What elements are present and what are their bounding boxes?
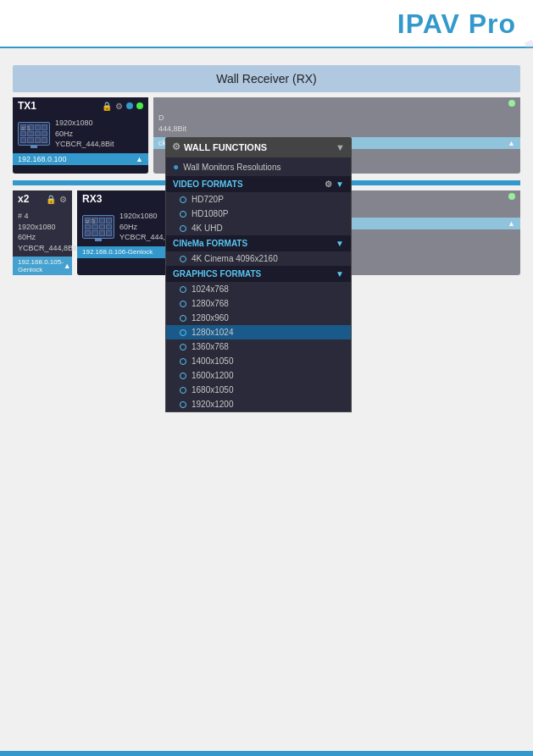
1600x1200-option[interactable]: 1600x1200 <box>166 368 351 383</box>
rx2-card: x2 🔒 ⚙ # 4 1920x1080 60Hz YCBCR_444,8Bit… <box>13 190 72 275</box>
rx2-body: # 4 1920x1080 60Hz YCBCR_444,8Bit <box>13 207 72 257</box>
chevron-up-icon2[interactable]: ▲ <box>508 139 515 147</box>
4k-uhd-option[interactable]: 4K UHD <box>166 221 351 235</box>
tx1-footer: 192.168.0.100 ▲ <box>13 153 148 165</box>
cinema-formats-section[interactable]: CINeMa FORMATS ▼ <box>166 235 351 251</box>
4k-cinema-radio[interactable] <box>180 256 186 262</box>
1024x768-radio[interactable] <box>180 286 186 293</box>
4k-uhd-radio[interactable] <box>180 225 186 232</box>
dropdown-overlay: ⚙ WALL FUNCTIONS ▼ ● Wall Monitors Resol… <box>165 137 352 412</box>
video-formats-chevron-icon[interactable]: ▼ <box>336 179 344 189</box>
video-formats-section[interactable]: VIDEO FORMATS ⚙ ▼ <box>166 176 351 192</box>
1680x1050-radio[interactable] <box>180 387 186 394</box>
1600x1200-radio[interactable] <box>180 372 186 379</box>
hd1080p-radio[interactable] <box>180 211 186 218</box>
1024x768-option[interactable]: 1024x768 <box>166 282 351 296</box>
1360x768-radio[interactable] <box>180 344 186 350</box>
1360x768-option[interactable]: 1360x768 <box>166 339 351 354</box>
logo: IPAV Pro <box>397 8 516 40</box>
hd1080p-option[interactable]: HD1080P <box>166 207 351 221</box>
wall-functions-title: ⚙ WALL FUNCTIONS <box>172 141 267 152</box>
hd720p-option[interactable]: HD720P <box>166 192 351 207</box>
4k-cinema-option[interactable]: 4K Cinema 4096x2160 <box>166 251 351 266</box>
tx1-title: TX1 <box>18 100 36 112</box>
wall-receiver-bar: Wall Receiver (RX) <box>13 65 520 92</box>
graphics-formats-chevron-icon[interactable]: ▼ <box>336 269 344 279</box>
chevron-up-rx4[interactable]: ▲ <box>508 219 515 228</box>
tx1-icons: 🔒 ⚙ <box>102 102 143 111</box>
tx1-info: 1920x1080 60Hz YCBCR_444,8Bit <box>55 118 114 150</box>
rx2-header: x2 🔒 ⚙ <box>13 190 72 207</box>
hd720p-radio[interactable] <box>180 196 186 203</box>
header: IPAV Pro <box>0 0 533 48</box>
1280x960-radio[interactable] <box>180 315 186 322</box>
gear-icon[interactable]: ⚙ <box>115 102 123 111</box>
wall-functions-bar[interactable]: ⚙ WALL FUNCTIONS ▼ <box>165 137 352 157</box>
1920x1200-radio[interactable] <box>180 401 186 408</box>
cinema-formats-chevron-icon[interactable]: ▼ <box>336 239 344 248</box>
graphics-formats-section[interactable]: GRAPHICS FORMATS ▼ <box>166 266 351 282</box>
1280x960-option[interactable]: 1280x960 <box>166 311 351 325</box>
video-formats-gear-icon[interactable]: ⚙ <box>325 179 332 189</box>
1920x1200-option[interactable]: 1920x1200 <box>166 397 351 411</box>
gear-icon-rx2[interactable]: ⚙ <box>59 195 67 204</box>
1280x768-radio[interactable] <box>180 301 186 307</box>
1400x1050-radio[interactable] <box>180 358 186 365</box>
wall-monitors-item[interactable]: ● Wall Monitors Resolutions <box>166 157 351 176</box>
dot-blue <box>126 102 133 109</box>
wf-chevron-icon[interactable]: ▼ <box>336 142 345 152</box>
rx2-icons: 🔒 ⚙ <box>46 195 67 204</box>
1280x1024-radio[interactable] <box>180 329 186 336</box>
monitor-icon: # 1 <box>18 122 50 146</box>
tx1-header: TX1 🔒 ⚙ <box>13 97 148 114</box>
1280x1024-option[interactable]: 1280x1024 <box>166 325 351 339</box>
chevron-up-rx2[interactable]: ▲ <box>64 262 71 270</box>
1280x768-option[interactable]: 1280x768 <box>166 296 351 311</box>
dropdown-menu: ● Wall Monitors Resolutions VIDEO FORMAT… <box>165 157 352 412</box>
lock-icon-rx2: 🔒 <box>46 195 56 204</box>
chevron-up-icon[interactable]: ▲ <box>136 155 143 163</box>
1400x1050-option[interactable]: 1400x1050 <box>166 354 351 368</box>
monitor-icon-rx3: # 3 <box>82 215 114 239</box>
wf-gear-icon: ⚙ <box>172 141 180 152</box>
rx2-title: x2 <box>18 193 29 205</box>
tx1-body: # 1 1920x1080 60Hz YCBCR_444,8Bit <box>13 114 148 153</box>
lock-icon: 🔒 <box>102 102 112 111</box>
rx3-title: RX3 <box>82 193 102 205</box>
footer-bar <box>0 751 533 756</box>
bullet-icon: ● <box>173 161 179 173</box>
1680x1050-option[interactable]: 1680x1050 <box>166 383 351 397</box>
dot-green <box>136 102 143 109</box>
rx2-footer: 192.168.0.105-Genlock ▲ <box>13 257 72 275</box>
tx1-card: TX1 🔒 ⚙ # 1 1920x <box>13 97 148 174</box>
rx2-info: # 4 1920x1080 60Hz YCBCR_444,8Bit <box>18 211 77 253</box>
